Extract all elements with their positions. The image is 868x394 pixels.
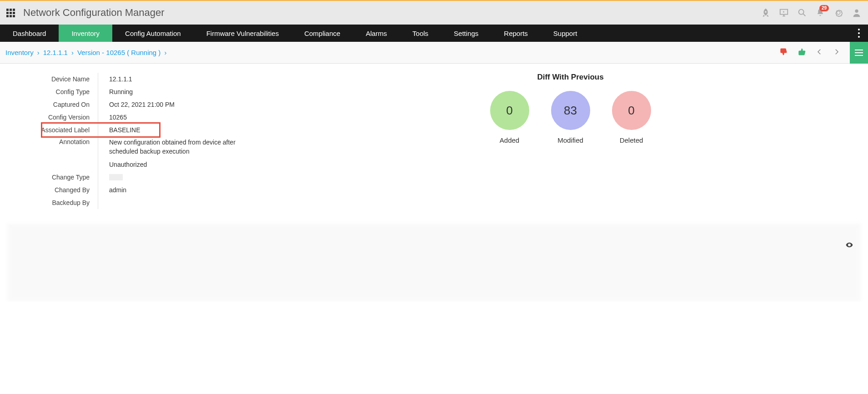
value-device-name: 12.1.1.1 [109,73,262,85]
nav-tools[interactable]: Tools [400,25,441,42]
breadcrumb: Inventory › 12.1.1.1 › Version - 10265 (… [5,49,166,56]
svg-point-0 [799,10,804,15]
diff-title: Diff With Previous [537,73,603,82]
label-backedup-by: Backedup By [7,196,98,209]
nav-overflow-icon[interactable] [854,25,863,42]
chevron-right-icon: › [164,49,166,56]
user-icon[interactable] [852,8,862,18]
diff-circles: 0 Added 83 Modified 0 Deleted [490,91,651,144]
crumb-inventory[interactable]: Inventory [5,49,34,56]
side-menu-toggle[interactable] [850,42,868,64]
crumb-version[interactable]: Version - 10265 ( Running ) [77,49,161,56]
search-icon[interactable] [797,8,807,18]
diff-deleted-circle[interactable]: 0 [612,91,651,130]
label-changed-by: Changed By [7,184,98,196]
label-annotation: Annotation [7,136,98,158]
config-preview-wrapper [0,224,868,302]
diff-added-circle[interactable]: 0 [490,91,529,130]
value-annotation: New configuration obtained from device a… [109,136,246,158]
diff-modified-circle[interactable]: 83 [551,91,590,130]
rocket-icon[interactable] [761,8,771,18]
nav-reports[interactable]: Reports [491,25,541,42]
nav-config-automation[interactable]: Config Automation [112,25,194,42]
apps-grid-icon[interactable] [6,9,15,17]
next-button[interactable] [833,48,841,57]
nav-alarms[interactable]: Alarms [353,25,400,42]
diff-added-label: Added [500,136,519,144]
diff-panel: Diff With Previous 0 Added 83 Modified 0… [280,73,861,209]
gear-icon[interactable] [833,8,843,18]
notification-badge: 29 [819,5,829,11]
label-change-type: Change Type [7,171,98,184]
details-labels: Device Name Config Type Captured On Conf… [7,73,98,209]
app-title: Network Configuration Manager [23,7,165,19]
label-associated-label: Associated Label [7,124,98,136]
chevron-right-icon: › [37,49,40,56]
content-area: Device Name Config Type Captured On Conf… [0,64,868,223]
value-associated-label: BASELINE [109,124,262,136]
value-config-type: Running [109,85,262,98]
diff-deleted-block: 0 Deleted [612,91,651,144]
nav-firmware-vulnerabilities[interactable]: Firmware Vulnerabilities [194,25,292,42]
details-values: 12.1.1.1 Running Oct 22, 2021 21:00 PM 1… [98,73,262,209]
nav-settings[interactable]: Settings [441,25,491,42]
chevron-right-icon: › [71,49,74,56]
svg-point-1 [855,10,858,13]
nav-dashboard[interactable]: Dashboard [0,25,59,42]
redacted-value [109,174,123,180]
nav-compliance[interactable]: Compliance [291,25,353,42]
main-nav: Dashboard Inventory Config Automation Fi… [0,25,868,42]
value-captured-on: Oct 22, 2021 21:00 PM [109,98,262,111]
thumbs-down-icon[interactable] [779,47,788,58]
label-config-version: Config Version [7,111,98,124]
top-header: Network Configuration Manager 29 [0,0,868,25]
thumbs-up-icon[interactable] [797,47,806,58]
diff-modified-block: 83 Modified [551,91,590,144]
value-config-version: 10265 [109,111,262,124]
nav-inventory[interactable]: Inventory [59,25,112,42]
value-changed-by [109,171,262,184]
sub-bar: Inventory › 12.1.1.1 › Version - 10265 (… [0,42,868,64]
details-panel: Device Name Config Type Captured On Conf… [7,73,262,209]
label-captured-on: Captured On [7,98,98,111]
crumb-ip[interactable]: 12.1.1.1 [43,49,68,56]
diff-added-block: 0 Added [490,91,529,144]
presentation-icon[interactable] [779,8,789,18]
header-actions: 29 [761,8,862,18]
label-config-type: Config Type [7,85,98,98]
label-device-name: Device Name [7,73,98,85]
eye-icon[interactable] [845,241,853,250]
diff-modified-label: Modified [557,136,583,144]
value-backedup-by: admin [109,184,262,196]
sub-bar-actions [779,42,863,64]
prev-button[interactable] [815,48,823,57]
nav-support[interactable]: Support [541,25,590,42]
value-change-type: Unauthorized [109,158,262,171]
diff-deleted-label: Deleted [620,136,643,144]
config-preview-blurred [7,224,861,302]
bell-icon[interactable]: 29 [815,8,825,18]
